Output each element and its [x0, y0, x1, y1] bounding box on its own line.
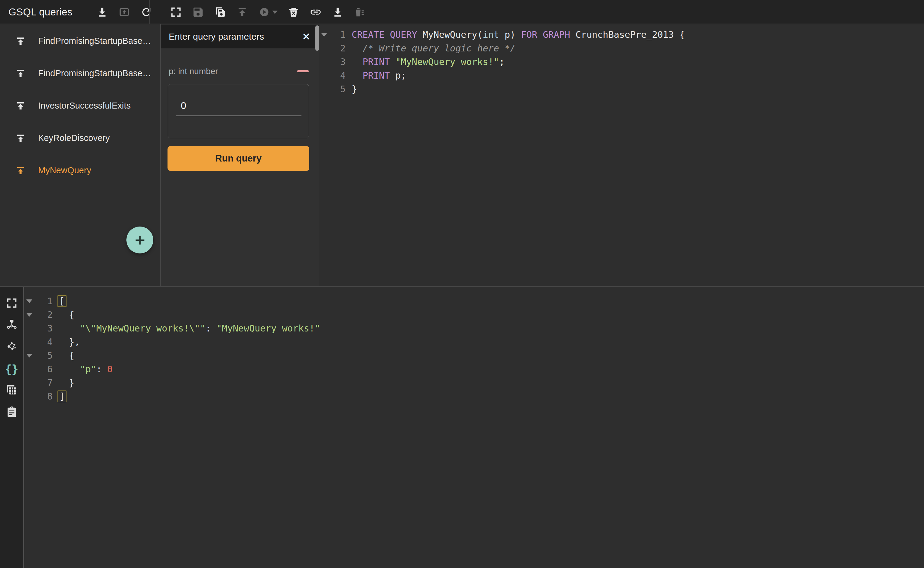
- code-token: :: [206, 323, 217, 334]
- code-token: MyNewQuery(: [423, 29, 483, 40]
- table-view-icon-button[interactable]: [5, 384, 18, 397]
- fold-arrow-icon[interactable]: [26, 354, 33, 358]
- query-name-label: KeyRoleDiscovery: [38, 133, 110, 143]
- fold-arrow-icon[interactable]: [26, 299, 33, 303]
- link-icon: [310, 6, 322, 18]
- parameters-panel-title: Enter query parameters: [169, 25, 264, 48]
- code-token: PRINT: [363, 70, 395, 81]
- download-icon-button[interactable]: [332, 6, 344, 18]
- code-content: }: [53, 378, 74, 388]
- publish-query-icon: [15, 36, 26, 47]
- page-title: GSQL queries: [9, 0, 72, 24]
- code-token: p): [499, 29, 521, 40]
- add-query-button[interactable]: [127, 227, 153, 254]
- code-token: "MyNewQuery works!": [217, 323, 320, 334]
- query-toolbar: [170, 0, 366, 24]
- code-token: {: [58, 350, 74, 361]
- box-upload-icon: [118, 6, 130, 18]
- code-content: "\"MyNewQuery works!\"": "MyNewQuery wor…: [53, 323, 320, 334]
- code-line: 2 {: [26, 308, 924, 322]
- json-braces-icon-button[interactable]: {}: [5, 363, 18, 376]
- save-copy-icon: [214, 6, 226, 18]
- chevron-down-icon: [272, 11, 277, 14]
- fullscreen-icon: [6, 297, 18, 309]
- code-content: PRINT "MyNewQuery works!";: [345, 57, 505, 67]
- json-braces-icon: {}: [5, 364, 18, 375]
- line-number: 5: [33, 350, 53, 361]
- download-icon-button[interactable]: [96, 6, 108, 18]
- run-icon-button[interactable]: [258, 6, 277, 18]
- code-content: PRINT p;: [345, 70, 406, 81]
- download-icon: [96, 6, 108, 18]
- fold-arrow-icon[interactable]: [320, 33, 329, 36]
- code-token: },: [58, 337, 80, 347]
- install-icon: [236, 6, 248, 18]
- delete-query-icon: [288, 6, 300, 18]
- code-content: "p": 0: [53, 364, 113, 375]
- line-number: 2: [329, 43, 345, 54]
- triangle-down-icon: [26, 299, 32, 303]
- explore-graph-icon: [6, 340, 18, 352]
- sidebar-item-query[interactable]: FindPromisingStartupBased…: [0, 25, 160, 57]
- code-token: ;: [499, 57, 505, 67]
- parameter-value-input[interactable]: [176, 100, 301, 116]
- triangle-down-icon: [26, 313, 32, 317]
- save-icon-button[interactable]: [192, 6, 204, 18]
- fold-arrow-icon[interactable]: [26, 313, 33, 317]
- publish-icon: [15, 133, 26, 144]
- clear-results-icon-button[interactable]: [354, 6, 366, 18]
- code-token: }: [352, 84, 357, 94]
- line-number: 7: [33, 378, 53, 388]
- log-clipboard-icon: [6, 406, 18, 418]
- code-line: 5}: [320, 82, 924, 96]
- code-content: [: [53, 296, 66, 307]
- code-line: 6 "p": 0: [26, 363, 924, 376]
- code-content: {: [53, 350, 74, 361]
- publish-icon: [15, 36, 26, 47]
- line-number: 1: [329, 29, 345, 40]
- sidebar-item-query[interactable]: KeyRoleDiscovery: [0, 122, 160, 154]
- publish-icon: [15, 100, 26, 111]
- code-token: CrunchBasePre_2013 {: [576, 29, 685, 40]
- code-token: [352, 57, 363, 67]
- publish-icon: [15, 68, 26, 79]
- save-copy-icon-button[interactable]: [214, 6, 226, 18]
- panel-scrollbar-thumb[interactable]: [315, 26, 319, 51]
- close-icon[interactable]: ✕: [302, 25, 311, 48]
- run-query-button[interactable]: Run query: [167, 146, 309, 171]
- query-name-label: FindPromisingStartupBased…: [38, 68, 156, 79]
- code-token: }: [58, 378, 74, 388]
- gsql-code-editor[interactable]: 1CREATE QUERY MyNewQuery(int p) FOR GRAP…: [320, 25, 924, 289]
- query-name-label: MyNewQuery: [38, 165, 91, 175]
- sidebar-item-query[interactable]: InvestorSuccessfulExits: [0, 89, 160, 122]
- triangle-down-icon: [26, 354, 32, 358]
- code-content: {: [53, 310, 74, 320]
- link-icon-button[interactable]: [310, 6, 322, 18]
- query-name-label: FindPromisingStartupBased…: [38, 36, 156, 46]
- refresh-icon-button[interactable]: [140, 6, 152, 18]
- fullscreen-icon-button[interactable]: [5, 297, 18, 310]
- json-result-viewer[interactable]: 1[2 {3 "\"MyNewQuery works!\"": "MyNewQu…: [26, 287, 924, 568]
- code-line: 8]: [26, 390, 924, 403]
- parameters-panel-header: Enter query parameters ✕: [161, 25, 319, 48]
- install-icon-button[interactable]: [236, 6, 248, 18]
- plus-icon: [133, 233, 147, 247]
- code-line: 4 PRINT p;: [320, 69, 924, 82]
- parameter-input-card: [168, 84, 309, 138]
- delete-query-icon-button[interactable]: [288, 6, 300, 18]
- code-token: CREATE QUERY: [352, 29, 423, 40]
- code-line: 3 "\"MyNewQuery works!\"": "MyNewQuery w…: [26, 322, 924, 335]
- explore-graph-icon-button[interactable]: [5, 340, 18, 352]
- sidebar-item-query[interactable]: FindPromisingStartupBased…: [0, 57, 160, 89]
- code-line: 4 },: [26, 335, 924, 349]
- box-upload-icon-button[interactable]: [118, 6, 130, 18]
- schema-view-icon-button[interactable]: [5, 318, 18, 331]
- query-name-label: InvestorSuccessfulExits: [38, 101, 131, 111]
- code-token: p;: [395, 70, 406, 81]
- log-clipboard-icon-button[interactable]: [5, 406, 18, 418]
- clear-results-icon: [354, 6, 366, 18]
- code-token: int: [483, 29, 499, 40]
- sidebar-item-query[interactable]: MyNewQuery: [0, 154, 160, 187]
- fullscreen-icon-button[interactable]: [170, 6, 182, 18]
- remove-parameter-icon[interactable]: [297, 70, 309, 72]
